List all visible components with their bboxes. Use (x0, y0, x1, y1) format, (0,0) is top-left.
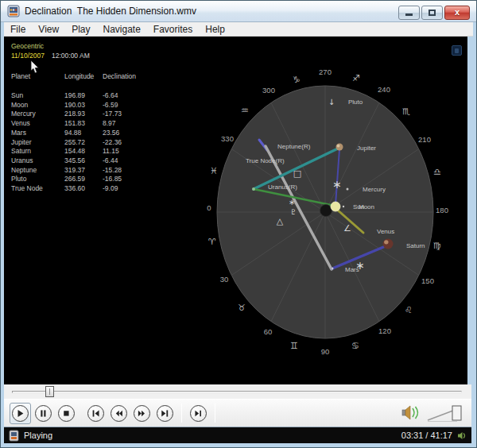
status-media-icon (9, 430, 19, 442)
moon-sphere (320, 205, 332, 217)
menu-item-favorites[interactable]: Favorites (147, 22, 199, 37)
status-bar: Playing 03:31 / 41:17 (4, 427, 471, 443)
uranus-point (252, 187, 255, 191)
stop-icon (59, 405, 74, 422)
skip-forward-button[interactable] (154, 403, 176, 424)
pluto-marker-arrow: ↓ (328, 98, 335, 106)
skip-back-button[interactable] (85, 403, 107, 424)
mars-point (332, 268, 334, 270)
zodiac-scorpio-icon: ♏ (402, 106, 410, 117)
frame-step-button[interactable] (188, 403, 209, 424)
mouse-cursor (30, 60, 40, 75)
zodiac-virgo-icon: ♍ (433, 241, 441, 251)
speaker-icon[interactable] (402, 406, 418, 419)
sun-sphere (331, 202, 340, 211)
mercury-label: Mercury (363, 186, 386, 193)
fast-forward-button[interactable] (131, 403, 153, 424)
app-icon (7, 5, 20, 17)
sun-point (343, 206, 344, 207)
menu-item-navigate[interactable]: Navigate (96, 22, 146, 37)
mute-speaker-icon[interactable] (457, 431, 467, 441)
degree-label-330: 330 (221, 134, 234, 143)
volume-controls (396, 400, 463, 427)
volume-thumb[interactable] (452, 406, 461, 420)
semisquare-aspect-glyph: ∠ (343, 223, 351, 234)
close-button[interactable]: x (444, 6, 470, 20)
minor-aspect-glyph: ∗ (289, 198, 295, 207)
degree-label-240: 240 (378, 85, 390, 94)
jupiter-sphere-highlight (337, 145, 340, 148)
menu-item-play[interactable]: Play (65, 22, 96, 37)
pause-button[interactable] (33, 403, 54, 424)
degree-label-0: 0 (207, 203, 211, 212)
minimize-button[interactable] (398, 6, 420, 20)
saturn-label: Saturn (406, 242, 425, 249)
moon-label: Moon (359, 203, 374, 210)
video-area[interactable]: Geocentric 11/10/2007 12:00:00 AM Planet… (4, 37, 467, 384)
mars-label: Mars (345, 266, 359, 273)
skip_fwd-icon (157, 405, 173, 422)
zodiac-libra-icon: ♎ (433, 167, 441, 177)
menu-bar: FileViewPlayNavigateFavoritesHelp (4, 22, 473, 37)
trine-aspect-glyph: △ (277, 216, 284, 226)
rew-icon (111, 405, 126, 422)
zodiac-capricorn-icon: ♑ (293, 75, 301, 85)
seek-track[interactable] (12, 391, 462, 393)
toolbar-separator (215, 404, 215, 423)
zodiac-sagittarius-icon: ♐ (352, 73, 360, 83)
maximize-button[interactable] (421, 6, 443, 20)
pluto-symbol-glyph: ♇ (290, 208, 297, 216)
toolbar-separator (181, 404, 182, 423)
play-button[interactable] (10, 403, 31, 424)
volume-area (396, 400, 463, 427)
playback-time: 03:31 / 41:17 (401, 431, 452, 440)
stop-button[interactable] (56, 403, 77, 424)
degree-label-60: 60 (264, 327, 273, 336)
degree-label-90: 90 (321, 347, 330, 356)
degree-label-270: 270 (319, 68, 332, 76)
zodiac-aquarius-icon: ♒ (241, 106, 249, 116)
seek-bar-row (4, 384, 471, 399)
transport-group (84, 403, 176, 424)
jupiter-sphere (336, 144, 343, 151)
degree-label-30: 30 (220, 275, 229, 284)
window-title: Declination The Hidden Dimension.wmv (25, 1, 196, 21)
declination-wheel: 0306090120150180210240270300330♈♉♊♋♌♍♎♏♐… (4, 37, 467, 384)
zodiac-cancer-icon: ♋ (351, 341, 359, 351)
neptune-label: Neptune(R) (277, 143, 311, 150)
seek-thumb[interactable] (45, 386, 54, 397)
venus-sphere-highlight (384, 240, 388, 244)
mercury-point (347, 188, 349, 191)
sextile-aspect-glyph: ∗ (332, 178, 342, 191)
transport-group (9, 403, 78, 424)
degree-label-210: 210 (418, 135, 431, 144)
square-aspect-glyph: □ (293, 168, 301, 179)
degree-label-180: 180 (436, 206, 448, 214)
volume-slider[interactable] (428, 406, 461, 422)
jupiter-label: Jupiter (357, 145, 376, 152)
video-logo-icon (452, 45, 462, 56)
pause-icon (36, 405, 51, 422)
zodiac-leo-icon: ♌ (405, 305, 413, 315)
transport-group (187, 403, 210, 424)
degree-label-300: 300 (262, 86, 275, 95)
media-player-window: Declination The Hidden Dimension.wmv x F… (0, 0, 477, 448)
zodiac-gemini-icon: ♊ (290, 341, 298, 351)
zodiac-pisces-icon: ♓ (210, 166, 218, 176)
rewind-button[interactable] (108, 403, 130, 424)
menu-item-view[interactable]: View (32, 22, 65, 37)
true-node-label: True Node(R) (246, 157, 285, 164)
title-bar[interactable]: Declination The Hidden Dimension.wmv x (1, 1, 476, 22)
degree-label-150: 150 (421, 276, 434, 285)
uranus-label: Uranus(R) (268, 183, 297, 191)
ffwd-icon (134, 405, 149, 422)
zodiac-aries-icon: ♈ (208, 237, 216, 247)
menu-item-help[interactable]: Help (199, 22, 231, 37)
menu-item-file[interactable]: File (4, 22, 32, 37)
degree-label-120: 120 (378, 326, 391, 335)
skip_back-icon (88, 405, 103, 422)
pluto-label: Pluto (348, 98, 363, 106)
playback-state: Playing (24, 431, 52, 440)
venus-label: Venus (377, 228, 394, 235)
play-icon (13, 405, 28, 422)
